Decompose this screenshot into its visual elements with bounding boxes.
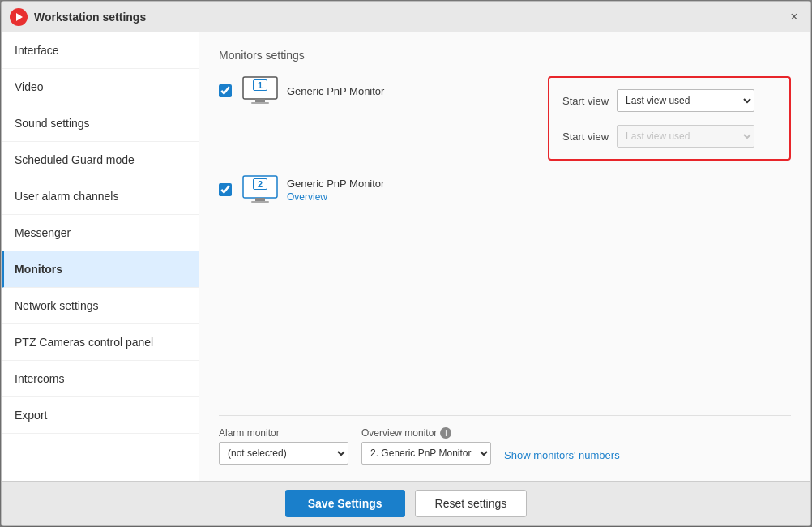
monitor-1-checkbox[interactable]: [219, 84, 232, 97]
overview-monitor-select[interactable]: (not selected) 1. Generic PnP Monitor 2.…: [361, 442, 491, 465]
monitor-1-start-view-select[interactable]: Last view used Default view Custom view: [617, 89, 754, 112]
monitor-2-start-view-row: Start view Last view used Default view C…: [562, 125, 776, 148]
app-logo-icon: [10, 8, 28, 26]
monitor-2-overview-link[interactable]: Overview: [287, 191, 449, 203]
svg-rect-3: [255, 99, 265, 102]
sidebar-item-ptz-cameras-control-panel[interactable]: PTZ Cameras control panel: [2, 324, 199, 361]
start-view-highlight-box: Start view Last view used Default view C…: [548, 76, 791, 161]
close-button[interactable]: ×: [786, 9, 802, 25]
overview-monitor-group: Overview monitor i (not selected) 1. Gen…: [361, 427, 491, 465]
sidebar-item-sound-settings[interactable]: Sound settings: [2, 105, 199, 142]
monitor-1-icon: 1: [241, 76, 279, 105]
svg-rect-7: [251, 201, 269, 203]
show-monitors-numbers-link[interactable]: Show monitors' numbers: [504, 449, 620, 465]
sidebar-item-scheduled-guard-mode[interactable]: Scheduled Guard mode: [2, 142, 199, 178]
sidebar-item-network-settings[interactable]: Network settings: [2, 288, 199, 324]
monitor-1-name: Generic PnP Monitor: [287, 85, 449, 97]
monitor-1-start-view-label: Start view: [562, 95, 609, 107]
reset-settings-button[interactable]: Reset settings: [415, 490, 528, 517]
sidebar: InterfaceVideoSound settingsScheduled Gu…: [2, 32, 199, 481]
monitor-2-start-view-label: Start view: [562, 131, 609, 143]
sidebar-item-export[interactable]: Export: [2, 397, 199, 434]
monitor-2-name: Generic PnP Monitor: [287, 178, 449, 190]
monitors-list: 1 Generic PnP Monitor Start view Last vi…: [219, 76, 791, 407]
save-settings-button[interactable]: Save Settings: [285, 490, 405, 517]
alarm-monitor-select[interactable]: (not selected) 1. Generic PnP Monitor 2.…: [219, 442, 348, 465]
monitor-1-start-view-row: Start view Last view used Default view C…: [562, 89, 776, 112]
main-panel: Monitors settings 1: [199, 32, 810, 481]
sidebar-item-interface[interactable]: Interface: [2, 32, 199, 69]
monitor-2-checkbox[interactable]: [219, 183, 232, 196]
sidebar-item-user-alarm-channels[interactable]: User alarm channels: [2, 178, 199, 215]
alarm-monitor-group: Alarm monitor (not selected) 1. Generic …: [219, 427, 348, 465]
sidebar-item-monitors[interactable]: Monitors: [2, 251, 199, 288]
monitor-1-name-wrap: Generic PnP Monitor: [287, 85, 449, 97]
monitor-2-start-view-select[interactable]: Last view used Default view Custom view: [617, 125, 754, 148]
sidebar-item-messenger[interactable]: Messenger: [2, 215, 199, 251]
content-area: InterfaceVideoSound settingsScheduled Gu…: [2, 32, 810, 481]
alarm-monitor-label: Alarm monitor: [219, 427, 348, 439]
monitor-1-badge: 1: [253, 79, 267, 91]
svg-rect-6: [255, 198, 265, 201]
monitor-2-badge: 2: [253, 178, 267, 190]
title-bar: Workstation settings ×: [2, 2, 810, 32]
bottom-section: Alarm monitor (not selected) 1. Generic …: [219, 415, 791, 465]
overview-monitor-label: Overview monitor i: [361, 427, 491, 439]
monitor-2-icon: 2: [241, 175, 279, 204]
bottom-controls-row: Alarm monitor (not selected) 1. Generic …: [219, 427, 791, 465]
dialog-title: Workstation settings: [34, 11, 786, 24]
section-title: Monitors settings: [219, 49, 791, 62]
overview-monitor-info-icon[interactable]: i: [440, 427, 451, 439]
svg-rect-4: [251, 102, 269, 104]
monitor-2-name-wrap: Generic PnP Monitor Overview: [287, 178, 449, 203]
footer: Save Settings Reset settings: [2, 481, 810, 525]
workstation-settings-dialog: Workstation settings × InterfaceVideoSou…: [1, 1, 811, 526]
sidebar-item-video[interactable]: Video: [2, 69, 199, 105]
sidebar-item-intercoms[interactable]: Intercoms: [2, 361, 199, 397]
